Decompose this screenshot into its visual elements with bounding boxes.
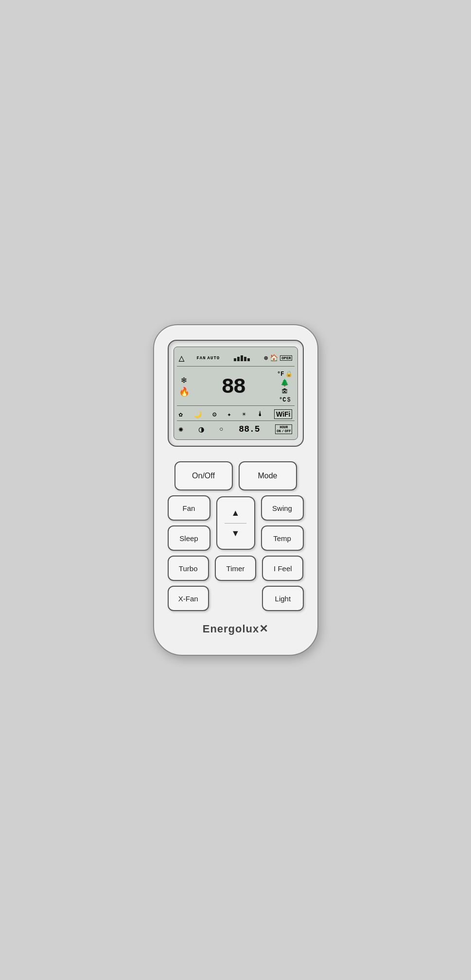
fahrenheit-label: °F (277, 371, 284, 378)
row-onoff-mode: On/Off Mode (168, 461, 304, 490)
auto-label: AUTO (208, 356, 220, 361)
top-icons: ⊛ 🏠 OPER (264, 354, 293, 362)
house2-icon: 🏚 (281, 388, 288, 396)
mode-indicator-icon: ☀ (242, 410, 246, 419)
remote-control: △ FAN AUTO ⊛ 🏠 OPER (153, 324, 318, 656)
flame-icon: 🔥 (179, 387, 190, 398)
arrow-up-icon: ▲ (231, 508, 240, 518)
swing-button[interactable]: Swing (261, 495, 304, 521)
sun-icon-bottom: ✺ (179, 424, 184, 434)
lock-icon: 🔒 (285, 370, 293, 378)
sleep-button[interactable]: Sleep (168, 525, 210, 551)
arrow-button[interactable]: ▲ ▼ (216, 496, 255, 550)
row-xfan-light: X-Fan Light (168, 586, 304, 611)
fan-icon2: ⚙ (212, 410, 216, 419)
lcd-mode-row: ✿ 🌙 ⚙ ✦ ☀ 🌡 WiFi (177, 408, 295, 421)
lcd-bottom-row: ✺ ◑ ○ 88.5 HOUR ON / OFF (177, 423, 295, 436)
temp-button[interactable]: Temp (261, 525, 304, 551)
lcd-middle: ❄ 🔥 88 °F 🔒 🌲 🏚 °C $ (177, 368, 295, 406)
arrow-down-icon: ▼ (231, 528, 240, 539)
lcd-right-icons: °F 🔒 🌲 🏚 °C $ (277, 370, 292, 403)
arrow-divider (225, 523, 247, 524)
lcd-top-row: △ FAN AUTO ⊛ 🏠 OPER (177, 351, 295, 367)
lcd-left-icons: ❄ 🔥 (179, 376, 190, 398)
circle-icon: ○ (219, 425, 223, 433)
timer-display: 88.5 (239, 424, 260, 434)
brand-text-label: Energolux (203, 623, 260, 635)
off-label: OFF (285, 429, 291, 433)
row-turbo-timer-ifeel: Turbo Timer I Feel (168, 556, 304, 581)
spinner-icon: ⊛ (264, 354, 268, 362)
fan-sweep-icon: ◑ (199, 424, 204, 435)
buttons-section: On/Off Mode Fan Sleep ▲ ▼ Swing Temp Tur… (168, 461, 304, 611)
moon-icon: 🌙 (193, 410, 202, 419)
hour-box: HOUR ON / OFF (275, 424, 292, 435)
row-fan-arrows-swing: Fan Sleep ▲ ▼ Swing Temp (168, 495, 304, 551)
fan-button[interactable]: Fan (168, 495, 210, 521)
lcd-screen: △ FAN AUTO ⊛ 🏠 OPER (174, 347, 298, 440)
snowflake-icon: ❄ (181, 376, 187, 386)
temp-display: 88 (221, 375, 245, 399)
sun-icon2: ✦ (227, 410, 231, 419)
tree-icon: 🌲 (280, 379, 289, 387)
celsius-label: °C (279, 397, 286, 403)
mode-button[interactable]: Mode (239, 461, 297, 490)
timer-button[interactable]: Timer (215, 556, 256, 581)
fan-blade-icon: △ (179, 352, 185, 364)
home-signal-icon: 🏠 (270, 354, 278, 362)
hour-label: HOUR (277, 425, 291, 429)
fan-bars (234, 355, 250, 361)
dollar-icon: $ (287, 397, 290, 403)
i-feel-icon: 🌡 (257, 410, 263, 418)
brand-x-symbol: ✕ (259, 623, 268, 635)
ifeel-button[interactable]: I Feel (262, 556, 303, 581)
lcd-container: △ FAN AUTO ⊛ 🏠 OPER (168, 340, 304, 447)
onoff-button[interactable]: On/Off (174, 461, 233, 490)
light-button[interactable]: Light (262, 586, 303, 611)
xfan-button[interactable]: X-Fan (168, 586, 209, 611)
fan-label: FAN (196, 356, 206, 361)
on-label: ON (277, 429, 280, 433)
oper-label: OPER (280, 355, 292, 361)
swing-fan-icon: ✿ (179, 410, 183, 419)
wifi-label: WiFi (274, 409, 292, 419)
brand-name: Energolux✕ (203, 623, 269, 635)
turbo-button[interactable]: Turbo (168, 556, 209, 581)
